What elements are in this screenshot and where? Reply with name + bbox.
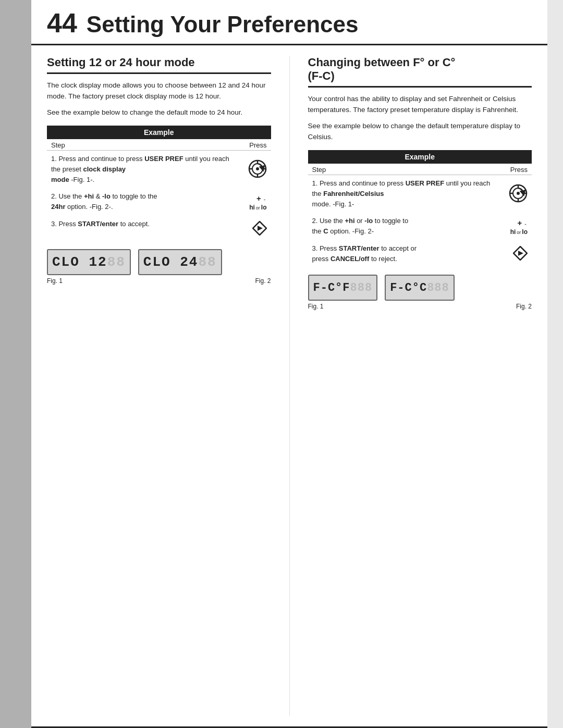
hi-lo-icon: + - hi or lo (249, 193, 266, 212)
right-lcd-row: F-C°F888 F-C°C888 (308, 275, 532, 301)
left-fig1-label: Fig. 1 (47, 277, 63, 285)
right-sidebar (547, 0, 563, 728)
left-sidebar (0, 0, 31, 728)
svg-point-6 (256, 167, 259, 170)
page-wrapper: 44 Setting Your Preferences Setting 12 o… (0, 0, 563, 728)
right-example-label: Example (308, 150, 532, 164)
left-col-press: Press (242, 139, 271, 151)
left-example-label: Example (47, 126, 271, 139)
left-lcd-fig2: CLO 2488 (138, 249, 222, 275)
start-icon-right (513, 246, 528, 261)
left-step-1-text: 1. Press and continue to press USER PREF… (47, 150, 242, 188)
right-desc2: See the example below to change the defa… (308, 121, 532, 143)
content-area: Setting 12 or 24 hour mode The clock dis… (31, 45, 547, 726)
left-step-2-icon: + - hi or lo (242, 188, 271, 216)
left-col-step: Step (47, 139, 242, 151)
main-content: 44 Setting Your Preferences Setting 12 o… (31, 0, 547, 728)
left-step-1-icon (242, 150, 271, 188)
left-step-3-icon (242, 216, 271, 242)
right-fig2-label: Fig. 2 (516, 303, 532, 310)
right-step-1-text: 1. Press and continue to press USER PREF… (308, 175, 504, 213)
right-fig1-label: Fig. 1 (308, 303, 324, 310)
right-col-press: Press (503, 164, 532, 175)
left-step-1: 1. Press and continue to press USER PREF… (47, 150, 271, 188)
right-step-2: 2. Use the +hi or -lo to toggle tothe C … (308, 213, 532, 240)
svg-marker-8 (258, 226, 263, 231)
left-step-3: 3. Press START/enter to accept. (47, 216, 271, 242)
right-column: Changing between F° or C° (F-C) Your con… (308, 56, 532, 716)
left-fig2-label: Fig. 2 (255, 277, 271, 285)
svg-marker-17 (518, 251, 523, 256)
left-desc1: The clock display mode allows you to cho… (47, 80, 271, 102)
right-col-step: Step (308, 164, 504, 175)
left-column: Setting 12 or 24 hour mode The clock dis… (47, 56, 271, 716)
left-section-title: Setting 12 or 24 hour mode (47, 56, 271, 74)
right-step-3-icon (503, 240, 532, 267)
page-number: 44 (47, 9, 77, 36)
page-header: 44 Setting Your Preferences (31, 0, 547, 45)
svg-point-15 (517, 192, 520, 195)
left-lcd-fig1: CLO 1288 (47, 249, 131, 275)
right-desc1: Your control has the ability to display … (308, 94, 532, 116)
right-step-2-text: 2. Use the +hi or -lo to toggle tothe C … (308, 213, 504, 240)
left-fig-row: Fig. 1 Fig. 2 (47, 277, 271, 285)
right-subhead-row: Step Press (308, 164, 532, 175)
left-example-table: Example Step Press 1. Press and continue… (47, 126, 271, 242)
right-lcd-fig1: F-C°F888 (308, 275, 378, 301)
left-desc2: See the example below to change the defa… (47, 107, 271, 118)
start-icon (252, 221, 267, 236)
right-example-table: Example Step Press 1. Press and continue… (308, 150, 532, 267)
page-title: Setting Your Preferences (87, 13, 359, 36)
left-step-2: 2. Use the +hi & -lo to toggle to the24h… (47, 188, 271, 216)
right-step-3: 3. Press START/enter to accept orpress C… (308, 240, 532, 267)
hi-lo-icon-right: + - hi or lo (510, 218, 528, 236)
right-step-3-text: 3. Press START/enter to accept orpress C… (308, 240, 504, 267)
right-section-title: Changing between F° or C° (F-C) (308, 56, 532, 88)
left-subhead-row: Step Press (47, 139, 271, 151)
left-step-2-text: 2. Use the +hi & -lo to toggle to the24h… (47, 188, 242, 216)
column-divider (289, 56, 290, 716)
right-fig-row: Fig. 1 Fig. 2 (308, 303, 532, 310)
right-lcd-fig2: F-C°C888 (385, 275, 455, 301)
right-step-2-icon: + - hi or lo (503, 213, 532, 240)
user-pref-icon-right (509, 184, 528, 203)
right-step-1-icon (503, 175, 532, 213)
left-lcd-row: CLO 1288 CLO 2488 (47, 249, 271, 275)
user-pref-icon (248, 159, 267, 178)
left-step-3-text: 3. Press START/enter to accept. (47, 216, 242, 242)
right-step-1: 1. Press and continue to press USER PREF… (308, 175, 532, 213)
